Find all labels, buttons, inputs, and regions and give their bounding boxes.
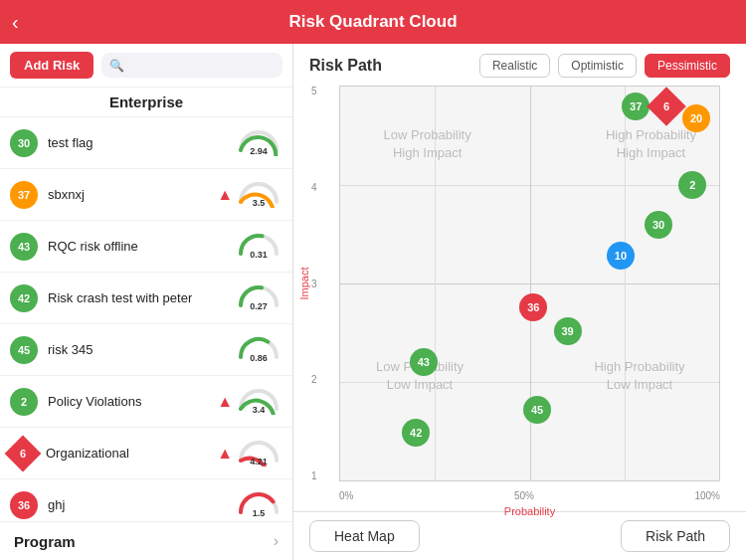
- svg-text:1.5: 1.5: [253, 508, 266, 518]
- data-point-circle[interactable]: 20: [682, 104, 710, 132]
- risk-score-area: 0.86: [235, 333, 282, 367]
- search-input[interactable]: [128, 58, 275, 73]
- risk-name: ghj: [48, 497, 235, 512]
- heat-map-button[interactable]: Heat Map: [309, 520, 420, 552]
- svg-text:4.21: 4.21: [250, 457, 268, 467]
- risk-score-area: 0.27: [235, 281, 282, 315]
- back-button[interactable]: ‹: [12, 11, 19, 34]
- add-risk-button[interactable]: Add Risk: [10, 52, 93, 79]
- svg-text:3.5: 3.5: [253, 198, 266, 208]
- chart-wrapper: 5 4 3 2 1 Impact: [309, 86, 730, 511]
- risk-item[interactable]: 36 ghj 1.5: [0, 479, 292, 521]
- data-point-circle[interactable]: 10: [607, 242, 635, 270]
- risk-name: sbxnxj: [48, 187, 217, 202]
- data-point-circle[interactable]: 36: [519, 293, 547, 321]
- chart-title: Risk Path: [309, 57, 382, 75]
- warning-icon: ▲: [217, 393, 233, 411]
- risk-gauge: 3.4: [235, 385, 282, 419]
- search-icon: 🔍: [109, 59, 124, 73]
- chart-button-realistic[interactable]: Realistic: [479, 54, 550, 78]
- bottom-bar: Heat Map Risk Path: [293, 511, 746, 560]
- risk-name: RQC risk offline: [48, 239, 235, 254]
- chart-button-pessimistic[interactable]: Pessimistic: [645, 54, 730, 78]
- grid-chart: Low ProbabilityHigh Impact High Probabil…: [339, 86, 720, 481]
- data-point-circle[interactable]: 2: [678, 171, 706, 199]
- risk-gauge: 3.5: [235, 178, 282, 212]
- data-point-circle[interactable]: 42: [402, 419, 430, 447]
- risk-item[interactable]: 2 Policy Violations ▲ 3.4: [0, 376, 292, 428]
- y-label-2: 2: [311, 374, 317, 385]
- risk-badge-circle: 30: [10, 129, 38, 157]
- risk-item[interactable]: 42 Risk crash test with peter 0.27: [0, 273, 292, 324]
- x-label-100: 100%: [694, 490, 720, 501]
- svg-text:0.86: 0.86: [250, 353, 268, 363]
- data-point-diamond[interactable]: 6: [647, 87, 686, 126]
- header-title: Risk Quadrant Cloud: [288, 12, 457, 32]
- risk-name: Risk crash test with peter: [48, 290, 235, 305]
- y-label-5: 5: [311, 86, 317, 96]
- data-points-container: 37620230103639434542: [340, 87, 719, 480]
- chart-area: Risk Path RealisticOptimisticPessimistic…: [293, 44, 746, 511]
- risk-score-area: ▲ 4.21: [217, 437, 282, 470]
- svg-text:3.4: 3.4: [253, 405, 266, 415]
- data-point-circle[interactable]: 39: [554, 317, 582, 345]
- chart-button-optimistic[interactable]: Optimistic: [558, 54, 637, 78]
- risk-score-area: 1.5: [235, 488, 282, 522]
- data-point-circle[interactable]: 30: [645, 211, 672, 239]
- risk-gauge: 2.94: [235, 126, 282, 160]
- risk-name: risk 345: [48, 342, 235, 357]
- risk-badge-circle: 37: [10, 181, 38, 209]
- risk-item[interactable]: 6 Organizational ▲ 4.21: [0, 428, 292, 479]
- risk-item[interactable]: 45 risk 345 0.86: [0, 324, 292, 376]
- svg-text:2.94: 2.94: [250, 146, 268, 156]
- risk-score-area: 0.31: [235, 230, 282, 264]
- risk-path-button[interactable]: Risk Path: [621, 520, 730, 552]
- chart-header: Risk Path RealisticOptimisticPessimistic: [309, 54, 730, 78]
- enterprise-section-header: Enterprise: [0, 88, 292, 117]
- risk-score-area: ▲ 3.4: [217, 385, 282, 419]
- header: ‹ Risk Quadrant Cloud: [0, 0, 746, 44]
- risk-item[interactable]: 30 test flag 2.94: [0, 117, 292, 169]
- data-point-circle[interactable]: 45: [523, 396, 551, 424]
- left-panel: Add Risk 🔍 Enterprise 30 test flag 2.94 …: [0, 44, 293, 560]
- x-axis-label: Probability: [504, 505, 555, 517]
- search-box: 🔍: [101, 53, 282, 78]
- main-content: Add Risk 🔍 Enterprise 30 test flag 2.94 …: [0, 44, 746, 560]
- risk-score-area: ▲ 3.5: [217, 178, 282, 212]
- x-label-0: 0%: [339, 490, 353, 501]
- app-container: ‹ Risk Quadrant Cloud Add Risk 🔍 Enterpr…: [0, 0, 746, 560]
- risk-badge-circle: 43: [10, 233, 38, 261]
- risk-gauge: 4.21: [235, 437, 282, 470]
- svg-text:0.27: 0.27: [250, 301, 268, 311]
- risk-gauge: 1.5: [235, 488, 282, 522]
- warning-icon: ▲: [217, 186, 233, 204]
- risk-badge-circle: 36: [10, 491, 38, 519]
- left-toolbar: Add Risk 🔍: [0, 44, 292, 88]
- y-axis: 5 4 3 2 1: [311, 86, 317, 481]
- svg-text:0.31: 0.31: [250, 250, 268, 260]
- risk-name: Policy Violations: [48, 394, 217, 409]
- y-axis-label: Impact: [298, 267, 310, 299]
- chart-outer: 5 4 3 2 1 Impact: [339, 86, 720, 481]
- chart-buttons: RealisticOptimisticPessimistic: [479, 54, 730, 78]
- risk-gauge: 0.27: [235, 281, 282, 315]
- risk-gauge: 0.86: [235, 333, 282, 367]
- x-label-50: 50%: [514, 490, 534, 501]
- risk-badge-diamond: 6: [5, 435, 42, 471]
- risk-badge-circle: 45: [10, 336, 38, 364]
- data-point-circle[interactable]: 43: [410, 348, 438, 376]
- risk-list: 30 test flag 2.94 37 sbxnxj ▲ 3.5 43 RQC…: [0, 117, 292, 521]
- program-section[interactable]: Program ›: [0, 521, 292, 560]
- risk-item[interactable]: 37 sbxnxj ▲ 3.5: [0, 169, 292, 221]
- chevron-right-icon: ›: [274, 532, 279, 550]
- risk-badge-circle: 2: [10, 388, 38, 416]
- data-point-circle[interactable]: 37: [622, 93, 650, 120]
- risk-item[interactable]: 43 RQC risk offline 0.31: [0, 221, 292, 273]
- y-label-3: 3: [311, 279, 317, 289]
- risk-badge-circle: 42: [10, 284, 38, 312]
- risk-name: Organizational: [46, 446, 217, 461]
- y-label-1: 1: [311, 470, 317, 481]
- right-panel: Risk Path RealisticOptimisticPessimistic…: [293, 44, 746, 560]
- risk-gauge: 0.31: [235, 230, 282, 264]
- program-label: Program: [14, 533, 76, 550]
